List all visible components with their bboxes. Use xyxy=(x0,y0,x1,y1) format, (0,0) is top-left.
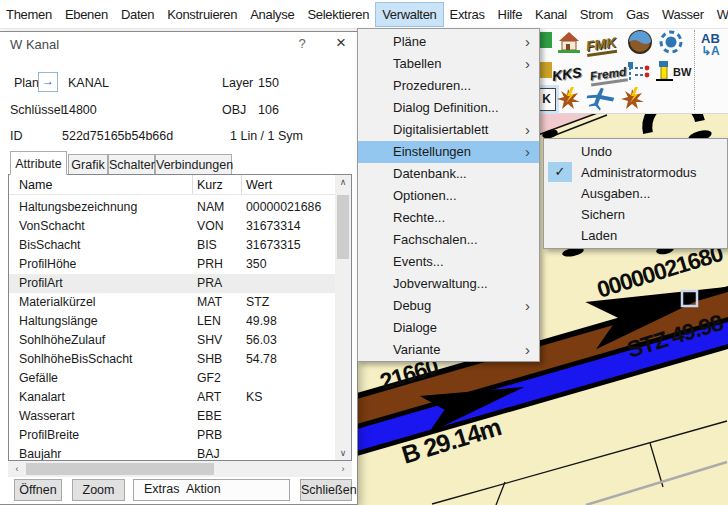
table-row-sohlhöhezulauf[interactable]: SohlhöheZulaufSHV56.03 xyxy=(9,331,335,350)
cell-wert: 54.78 xyxy=(246,350,331,369)
bw-pole-icon[interactable] xyxy=(654,59,674,84)
menubar-item-kanal[interactable]: Kanal xyxy=(529,3,573,26)
cell-name: ProfilHöhe xyxy=(19,255,189,274)
plan-label: Plan xyxy=(14,76,39,90)
menu-item-datenbank[interactable]: Datenbank... xyxy=(358,163,539,185)
aktion-menu-button[interactable]: Aktion xyxy=(186,482,221,496)
kks-icon[interactable]: KKS xyxy=(551,64,583,84)
scroll-left-icon[interactable]: ‹ xyxy=(10,464,24,474)
cell-kurz: SHV xyxy=(197,331,242,350)
help-button[interactable]: ? xyxy=(293,36,311,51)
fmk-icon[interactable]: FMK xyxy=(585,34,618,57)
scroll-down-icon[interactable]: ∨ xyxy=(335,448,351,458)
crash-splat-icon[interactable] xyxy=(620,86,646,112)
scroll-right-icon[interactable]: › xyxy=(336,464,350,474)
table-row-vonschacht[interactable]: VonSchachtVON31673314 xyxy=(9,217,335,236)
submenu-item-sichern[interactable]: Sichern xyxy=(544,204,727,225)
menubar-item-wärme[interactable]: Wärme xyxy=(711,3,728,26)
vertical-scrollbar[interactable]: ∧ ∨ xyxy=(335,175,351,460)
close-button[interactable]: Schließen xyxy=(300,479,352,501)
toolbar-partial-icon[interactable] xyxy=(538,62,552,78)
table-row-profilhöhe[interactable]: ProfilHöhePRH350 xyxy=(9,255,335,274)
menu-item-dialog-definition[interactable]: Dialog Definition... xyxy=(358,97,539,119)
target-circle-icon[interactable] xyxy=(658,30,684,54)
submenu-item-laden[interactable]: Laden xyxy=(544,225,727,246)
menubar-item-analyse[interactable]: Analyse xyxy=(244,3,300,26)
tab-verbindungen[interactable]: Verbindungen xyxy=(155,154,232,175)
table-row-profilbreite[interactable]: ProfilBreitePRB xyxy=(9,426,335,445)
globe-icon[interactable] xyxy=(627,30,653,54)
menubar-item-ebenen[interactable]: Ebenen xyxy=(59,3,114,26)
submenu-item-ausgaben[interactable]: Ausgaben... xyxy=(544,183,727,204)
verwalten-menu: Pläne›Tabellen›Prozeduren...Dialog Defin… xyxy=(357,28,540,362)
menubar-item-hilfe[interactable]: Hilfe xyxy=(492,3,529,26)
tab-attribute[interactable]: Attribute xyxy=(10,151,67,175)
zoom-button[interactable]: Zoom xyxy=(72,479,125,501)
tab-schalter[interactable]: Schalter xyxy=(108,154,155,175)
toolbar-partial-icon[interactable] xyxy=(538,32,552,48)
menubar-item-gas[interactable]: Gas xyxy=(620,3,655,26)
menu-item-dialoge[interactable]: Dialoge xyxy=(358,317,539,339)
cell-kurz: LEN xyxy=(197,312,242,331)
crash-splat-icon[interactable] xyxy=(556,86,582,112)
menubar-item-strom[interactable]: Strom xyxy=(574,3,619,26)
table-row-haltungsbezeichnung[interactable]: HaltungsbezeichnungNAM00000021686 xyxy=(9,198,335,217)
menubar-item-selektieren[interactable]: Selektieren xyxy=(301,3,375,26)
menu-item-debug[interactable]: Debug› xyxy=(358,295,539,317)
open-button[interactable]: Öffnen xyxy=(14,479,62,501)
menu-item-einstellungen[interactable]: Einstellungen› xyxy=(358,141,539,163)
digitize-path-icon[interactable] xyxy=(626,60,652,84)
scrollbar-thumb[interactable] xyxy=(337,195,349,259)
cell-wert: 49.98 xyxy=(246,312,331,331)
column-header-name[interactable]: Name xyxy=(19,175,52,195)
close-icon[interactable]: × xyxy=(330,33,352,53)
table-row-baujahr[interactable]: BaujahrBAJ xyxy=(9,445,335,461)
layer-label: Layer xyxy=(222,76,253,90)
airplane-icon[interactable] xyxy=(585,84,617,114)
table-row-profilart[interactable]: ProfilArtPRA xyxy=(9,274,335,293)
table-row-materialkürzel[interactable]: MaterialkürzelMATSTZ xyxy=(9,293,335,312)
menubar-item-themen[interactable]: Themen xyxy=(0,3,58,26)
table-row-gefälle[interactable]: GefälleGF2 xyxy=(9,369,335,388)
menubar-item-wasser[interactable]: Wasser xyxy=(656,3,710,26)
horizontal-scrollbar[interactable]: ‹ › xyxy=(8,461,352,477)
menu-item-fachschalen[interactable]: Fachschalen... xyxy=(358,229,539,251)
scroll-up-icon[interactable]: ∧ xyxy=(335,177,351,187)
menubar-item-daten[interactable]: Daten xyxy=(115,3,160,26)
table-row-sohlhöhebisschacht[interactable]: SohlhöheBisSchachtSHB54.78 xyxy=(9,350,335,369)
cell-name: BisSchacht xyxy=(19,236,189,255)
table-row-wasserart[interactable]: WasserartEBE xyxy=(9,407,335,426)
menu-item-tabellen[interactable]: Tabellen› xyxy=(358,53,539,75)
ab-icon-arrow: ↳A xyxy=(701,45,720,58)
menu-item-digitalisiertablett[interactable]: Digitalisiertablett› xyxy=(358,119,539,141)
obj-label: OBJ xyxy=(222,103,246,117)
plan-goto-button[interactable]: → xyxy=(38,72,58,92)
menubar-item-konstruieren[interactable]: Konstruieren xyxy=(161,3,243,26)
menu-item-pläne[interactable]: Pläne› xyxy=(358,31,539,53)
menu-item-variante[interactable]: Variante› xyxy=(358,339,539,361)
submenu-item-administratormodus[interactable]: Administratormodus✓ xyxy=(544,162,727,183)
cell-wert: 350 xyxy=(246,255,331,274)
extras-menu-button[interactable]: Extras xyxy=(144,482,179,496)
ab-rename-icon[interactable]: AB ↳A xyxy=(701,32,720,58)
table-row-kanalart[interactable]: KanalartARTKS xyxy=(9,388,335,407)
cell-kurz: BIS xyxy=(197,236,242,255)
tab-grafik[interactable]: Grafik xyxy=(68,154,108,175)
menu-item-prozeduren[interactable]: Prozeduren... xyxy=(358,75,539,97)
scrollbar-thumb[interactable] xyxy=(26,463,214,475)
column-header-wert[interactable]: Wert xyxy=(246,175,272,195)
menu-item-optionen[interactable]: Optionen... xyxy=(358,185,539,207)
column-header-kurz[interactable]: Kurz xyxy=(197,175,223,195)
cell-wert: 31673315 xyxy=(246,236,331,255)
menubar-item-verwalten[interactable]: Verwalten xyxy=(376,3,442,26)
menu-item-events[interactable]: Events... xyxy=(358,251,539,273)
menubar-item-extras[interactable]: Extras xyxy=(444,3,491,26)
table-row-haltungslänge[interactable]: HaltungslängeLEN49.98 xyxy=(9,312,335,331)
column-separator xyxy=(241,175,242,194)
menu-item-jobverwaltung[interactable]: Jobverwaltung... xyxy=(358,273,539,295)
submenu-item-undo[interactable]: Undo xyxy=(544,141,727,162)
table-row-bisschacht[interactable]: BisSchachtBIS31673315 xyxy=(9,236,335,255)
house-icon[interactable] xyxy=(556,30,582,54)
schluessel-value: 14800 xyxy=(62,103,97,117)
menu-item-rechte[interactable]: Rechte... xyxy=(358,207,539,229)
